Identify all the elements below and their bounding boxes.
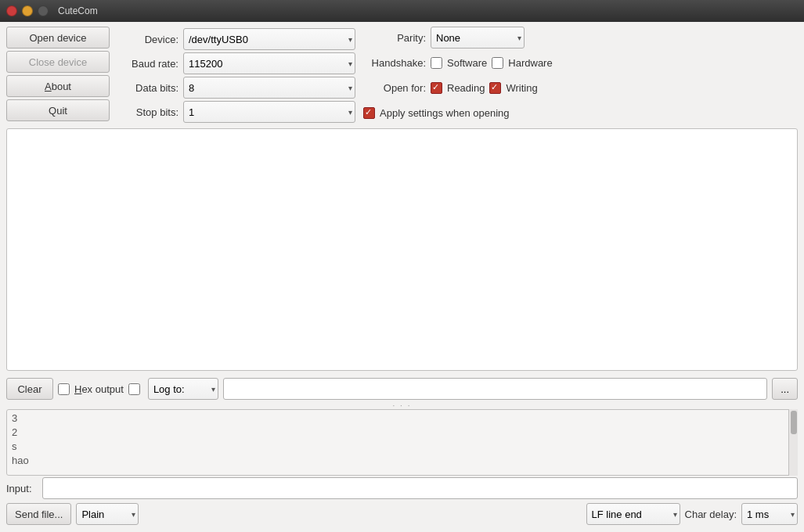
- bottom-bar: Clear Hex output Log to: ▾ /home/czh/cut…: [6, 376, 798, 402]
- stop-bits-label: Stop bits:: [116, 106, 178, 118]
- data-bits-select[interactable]: 8: [183, 77, 355, 99]
- reading-label: Reading: [447, 82, 485, 94]
- input-field[interactable]: [42, 477, 798, 499]
- log-to-checkbox[interactable]: [128, 383, 140, 395]
- plain-select-wrapper: Plain ▾: [76, 503, 139, 525]
- data-bits-combo-wrapper: 8 ▾: [183, 77, 355, 99]
- software-label: Software: [447, 57, 487, 69]
- device-label: Device:: [116, 34, 178, 45]
- history-line-3: s: [12, 440, 783, 454]
- top-section: Open device Close device About Quit Devi…: [6, 27, 798, 124]
- input-history[interactable]: 3 2 s hao: [6, 409, 798, 476]
- handshake-row: Handshake: Software Hardware: [363, 52, 582, 74]
- input-label: Input:: [6, 483, 38, 494]
- baud-rate-label: Baud rate:: [116, 58, 178, 70]
- software-checkbox[interactable]: [431, 57, 442, 69]
- window-title: CuteCom: [58, 5, 98, 16]
- line-end-select[interactable]: LF line end: [586, 503, 680, 525]
- input-row: Input:: [6, 477, 798, 499]
- char-delay-select-wrapper: 1 ms ▾: [741, 503, 798, 525]
- char-delay-label: Char delay:: [685, 509, 737, 520]
- device-combo-wrapper: /dev/ttyUSB0 ▾: [183, 28, 355, 50]
- stop-bits-combo-wrapper: 1 ▾: [183, 101, 355, 123]
- handshake-label: Handshake:: [363, 57, 426, 69]
- log-to-select[interactable]: Log to:: [148, 378, 218, 400]
- open-for-row: Open for: Reading Writing: [363, 77, 582, 99]
- close-button[interactable]: [6, 5, 17, 16]
- parity-row: Parity: None ▾: [363, 27, 582, 49]
- parity-select-wrapper: None ▾: [431, 27, 525, 49]
- settings-panel: Device: /dev/ttyUSB0 ▾ Baud rate: 115200…: [116, 28, 355, 124]
- baud-rate-row: Baud rate: 115200 ▾: [116, 52, 355, 74]
- hardware-label: Hardware: [508, 57, 552, 69]
- quit-button[interactable]: Quit: [6, 99, 110, 121]
- footer-right: LF line end ▾ Char delay: 1 ms ▾: [586, 503, 798, 525]
- history-scroll-wrapper: 3 2 s hao: [6, 409, 798, 476]
- plain-select[interactable]: Plain: [76, 503, 139, 525]
- data-bits-label: Data bits:: [116, 82, 178, 94]
- apply-settings-checkbox[interactable]: [363, 107, 375, 119]
- data-bits-row: Data bits: 8 ▾: [116, 77, 355, 99]
- about-button[interactable]: About: [6, 75, 110, 97]
- parity-label: Parity:: [363, 32, 426, 44]
- main-container: Open device Close device About Quit Devi…: [0, 22, 804, 532]
- resize-handle[interactable]: · · ·: [6, 404, 798, 408]
- line-end-select-wrapper: LF line end ▾: [586, 503, 680, 525]
- open-for-label: Open for:: [363, 82, 426, 94]
- apply-settings-label: Apply settings when opening: [380, 107, 510, 119]
- title-bar: CuteCom: [0, 0, 804, 22]
- hex-output-checkbox[interactable]: [58, 383, 70, 395]
- baud-rate-select[interactable]: 115200: [183, 52, 355, 74]
- right-panel: Parity: None ▾ Handshake: Software Hardw…: [363, 27, 582, 124]
- footer-bar: Send file... Plain ▾ LF line end ▾ Char …: [6, 501, 798, 527]
- history-line-2: 2: [12, 426, 783, 440]
- maximize-button[interactable]: [38, 5, 49, 16]
- log-to-select-wrapper: Log to: ▾: [148, 378, 218, 400]
- hex-output-label: Hex output: [74, 383, 124, 395]
- hardware-checkbox[interactable]: [492, 57, 503, 69]
- parity-select[interactable]: None: [431, 27, 525, 49]
- left-buttons: Open device Close device About Quit: [6, 27, 116, 124]
- browse-log-button[interactable]: ...: [772, 378, 798, 400]
- stop-bits-select[interactable]: 1: [183, 101, 355, 123]
- open-device-button[interactable]: Open device: [6, 27, 110, 49]
- reading-checkbox[interactable]: [431, 82, 442, 94]
- history-line-4: hao: [12, 454, 783, 468]
- apply-settings-row: Apply settings when opening: [363, 102, 582, 124]
- writing-label: Writing: [506, 82, 537, 94]
- history-scrollbar-thumb[interactable]: [791, 411, 797, 434]
- log-path-input[interactable]: /home/czh/cutecom.log: [223, 378, 767, 400]
- output-area[interactable]: [6, 128, 798, 371]
- char-delay-select[interactable]: 1 ms: [741, 503, 798, 525]
- stop-bits-row: Stop bits: 1 ▾: [116, 101, 355, 123]
- device-row: Device: /dev/ttyUSB0 ▾: [116, 28, 355, 50]
- history-line-1: 3: [12, 412, 783, 426]
- clear-button[interactable]: Clear: [6, 378, 53, 400]
- close-device-button[interactable]: Close device: [6, 51, 110, 73]
- device-select[interactable]: /dev/ttyUSB0: [183, 28, 355, 50]
- send-file-button[interactable]: Send file...: [6, 503, 71, 525]
- writing-checkbox[interactable]: [489, 82, 501, 94]
- minimize-button[interactable]: [22, 5, 33, 16]
- baud-rate-combo-wrapper: 115200 ▾: [183, 52, 355, 74]
- history-scrollbar[interactable]: [788, 409, 798, 476]
